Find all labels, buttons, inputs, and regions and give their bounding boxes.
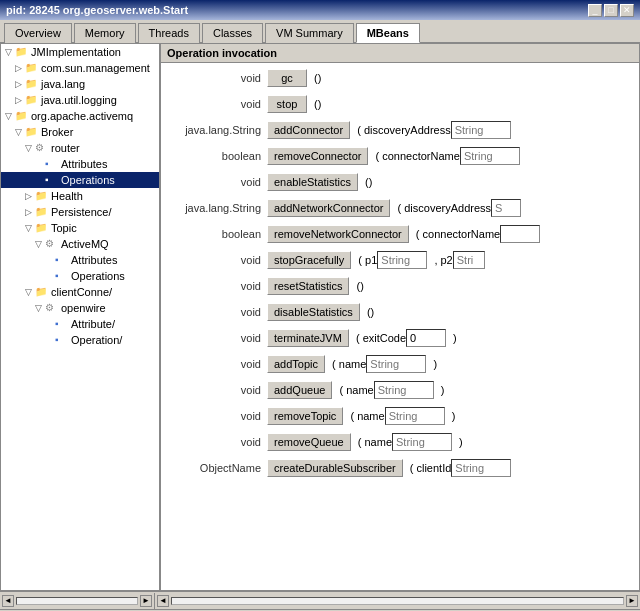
h-scroll-left[interactable]: ◄: [2, 595, 14, 607]
tree-item-activemq[interactable]: ▽ ⚙ ActiveMQ: [1, 236, 159, 252]
tab-mbeans[interactable]: MBeans: [356, 23, 420, 43]
op-type: void: [167, 332, 267, 344]
h-scroll-right[interactable]: ►: [140, 595, 152, 607]
tree-arrow: ▽: [25, 287, 35, 297]
tree-item-operations1[interactable]: ▪ Operations: [1, 172, 159, 188]
op-button-createDurableSubscriber[interactable]: createDurableSubscriber: [267, 459, 403, 477]
tree-label: java.util.logging: [41, 94, 117, 106]
op-button-addQueue[interactable]: addQueue: [267, 381, 332, 399]
op-row-createDurableSubscriber: ObjectName createDurableSubscriber ( cli…: [167, 457, 633, 479]
h-scrollbar-left[interactable]: [16, 597, 138, 605]
op-type: void: [167, 280, 267, 292]
op-button-removeNetworkConnector[interactable]: removeNetworkConnector: [267, 225, 409, 243]
op-input-addQueue-name[interactable]: [374, 381, 434, 399]
op-param2: ): [449, 410, 456, 422]
op-input-p2[interactable]: [453, 251, 485, 269]
op-input-removeQueue-name[interactable]: [392, 433, 452, 451]
op-button-stop[interactable]: stop: [267, 95, 307, 113]
op-row-removeNetworkConnector: boolean removeNetworkConnector ( connect…: [167, 223, 633, 245]
h-scroll-left2[interactable]: ◄: [157, 595, 169, 607]
op-button-terminateJVM[interactable]: terminateJVM: [267, 329, 349, 347]
tree-item-openwire[interactable]: ▽ ⚙ openwire: [1, 300, 159, 316]
op-row-gc: void gc (): [167, 67, 633, 89]
op-button-addConnector[interactable]: addConnector: [267, 121, 350, 139]
maximize-button[interactable]: □: [604, 4, 618, 17]
op-button-gc[interactable]: gc: [267, 69, 307, 87]
op-param: (): [353, 280, 363, 292]
tab-classes[interactable]: Classes: [202, 23, 263, 43]
leaf-icon: ▪: [45, 174, 59, 186]
folder-icon: 📁: [35, 286, 49, 298]
h-scrollbar-right[interactable]: [171, 597, 624, 605]
op-param: ( name: [355, 436, 392, 448]
op-type: void: [167, 436, 267, 448]
tree-item-attributes3[interactable]: ▪ Attribute/: [1, 316, 159, 332]
op-param2: , p2: [431, 254, 452, 266]
tree-item-persistence[interactable]: ▷ 📁 Persistence/: [1, 204, 159, 220]
tab-threads[interactable]: Threads: [138, 23, 200, 43]
leaf-icon: ▪: [55, 270, 69, 282]
op-type: void: [167, 254, 267, 266]
tree-arrow: ▷: [15, 63, 25, 73]
op-type: void: [167, 98, 267, 110]
op-input-removeTopic-name[interactable]: [385, 407, 445, 425]
gear-icon: ⚙: [45, 238, 59, 250]
op-param: ( discoveryAddress: [354, 124, 451, 136]
op-param: ( p1: [355, 254, 377, 266]
tree-item-java-util-logging[interactable]: ▷ 📁 java.util.logging: [1, 92, 159, 108]
op-param: ( clientId: [407, 462, 452, 474]
tree-label: Operations: [71, 270, 125, 282]
op-row-stopGracefully: void stopGracefully ( p1 , p2: [167, 249, 633, 271]
op-button-enableStatistics[interactable]: enableStatistics: [267, 173, 358, 191]
op-type: void: [167, 410, 267, 422]
op-input-p1[interactable]: [377, 251, 427, 269]
op-param: ( name: [336, 384, 373, 396]
op-input-discoveryAddress2[interactable]: [491, 199, 521, 217]
op-type: void: [167, 306, 267, 318]
tab-memory[interactable]: Memory: [74, 23, 136, 43]
minimize-button[interactable]: _: [588, 4, 602, 17]
op-button-resetStatistics[interactable]: resetStatistics: [267, 277, 349, 295]
tree-item-router[interactable]: ▽ ⚙ router: [1, 140, 159, 156]
op-button-removeQueue[interactable]: removeQueue: [267, 433, 351, 451]
tree-item-operations3[interactable]: ▪ Operation/: [1, 332, 159, 348]
tree-item-clientconn[interactable]: ▽ 📁 clientConne/: [1, 284, 159, 300]
tree-item-org-apache[interactable]: ▽ 📁 org.apache.activemq: [1, 108, 159, 124]
tree-item-attributes2[interactable]: ▪ Attributes: [1, 252, 159, 268]
tree-item-com-sun[interactable]: ▷ 📁 com.sun.management: [1, 60, 159, 76]
tree-item-jmimplementation[interactable]: ▽ 📁 JMImplementation: [1, 44, 159, 60]
close-button[interactable]: ✕: [620, 4, 634, 17]
tree-label: com.sun.management: [41, 62, 150, 74]
op-button-disableStatistics[interactable]: disableStatistics: [267, 303, 360, 321]
tree-item-attributes1[interactable]: ▪ Attributes: [1, 156, 159, 172]
op-button-addNetworkConnector[interactable]: addNetworkConnector: [267, 199, 390, 217]
tree-label: java.lang: [41, 78, 85, 90]
op-input-exitCode[interactable]: [406, 329, 446, 347]
h-scroll-right2[interactable]: ►: [626, 595, 638, 607]
tree-item-broker[interactable]: ▽ 📁 Broker: [1, 124, 159, 140]
operations-scroll[interactable]: void gc () void stop () java.lang.String…: [161, 63, 639, 590]
tab-vmsummary[interactable]: VM Summary: [265, 23, 354, 43]
folder-icon: 📁: [35, 206, 49, 218]
op-input-addTopic-name[interactable]: [366, 355, 426, 373]
folder-icon: 📁: [15, 110, 29, 122]
op-input-clientId[interactable]: [451, 459, 511, 477]
tree-item-java-lang[interactable]: ▷ 📁 java.lang: [1, 76, 159, 92]
right-panel: Operation invocation void gc () void sto…: [161, 44, 639, 590]
op-type: void: [167, 176, 267, 188]
op-input-connectorName2[interactable]: [500, 225, 540, 243]
tree-item-topic[interactable]: ▽ 📁 Topic: [1, 220, 159, 236]
tree-item-health[interactable]: ▷ 📁 Health: [1, 188, 159, 204]
op-button-removeConnector[interactable]: removeConnector: [267, 147, 368, 165]
op-input-connectorName1[interactable]: [460, 147, 520, 165]
op-row-removeQueue: void removeQueue ( name ): [167, 431, 633, 453]
tree-item-operations2[interactable]: ▪ Operations: [1, 268, 159, 284]
tab-overview[interactable]: Overview: [4, 23, 72, 43]
op-button-addTopic[interactable]: addTopic: [267, 355, 325, 373]
op-param2: ): [430, 358, 437, 370]
op-button-removeTopic[interactable]: removeTopic: [267, 407, 343, 425]
op-button-stopGracefully[interactable]: stopGracefully: [267, 251, 351, 269]
tree-arrow: ▷: [25, 207, 35, 217]
op-input-discoveryAddress1[interactable]: [451, 121, 511, 139]
op-param: (): [311, 98, 321, 110]
